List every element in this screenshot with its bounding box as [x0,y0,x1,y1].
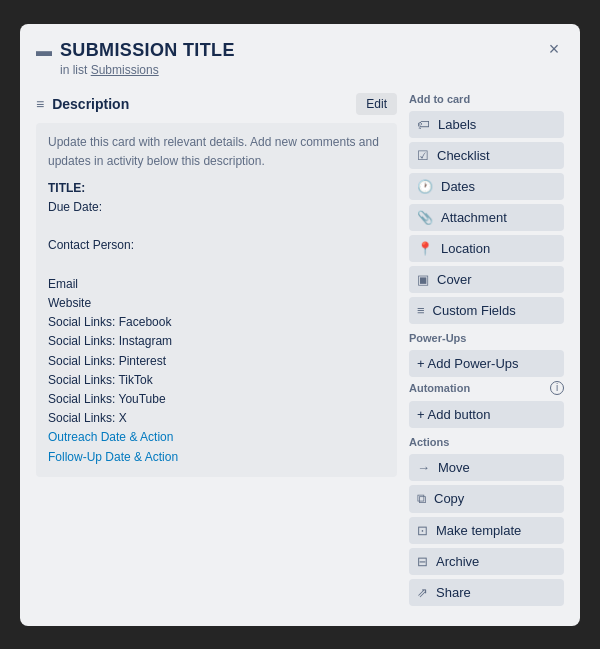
cover-button[interactable]: ▣ Cover [409,266,564,293]
modal-overlay: ▬ SUBMISSION TITLE in list Submissions ×… [0,0,600,649]
field-contact: Contact Person: [48,236,385,255]
add-power-ups-label: + Add Power-Ups [417,356,519,371]
edit-description-button[interactable]: Edit [356,93,397,115]
card-modal: ▬ SUBMISSION TITLE in list Submissions ×… [20,24,580,626]
share-button[interactable]: ⇗ Share [409,579,564,606]
actions-label: Actions [409,436,564,448]
followup-link[interactable]: Follow-Up Date & Action [48,450,178,464]
attachment-label: Attachment [441,210,507,225]
add-button-button[interactable]: + Add button [409,401,564,428]
automation-info-icon[interactable]: i [550,381,564,395]
cover-label: Cover [437,272,472,287]
field-empty-1 [48,217,385,236]
field-youtube: Social Links: YouTube [48,390,385,409]
dates-button[interactable]: 🕐 Dates [409,173,564,200]
checklist-label: Checklist [437,148,490,163]
automation-header: Automation i [409,381,564,395]
field-x: Social Links: X [48,409,385,428]
labels-button[interactable]: 🏷 Labels [409,111,564,138]
location-icon: 📍 [417,241,433,256]
labels-icon: 🏷 [417,117,430,132]
field-instagram: Social Links: Instagram [48,332,385,351]
copy-label: Copy [434,491,464,506]
share-label: Share [436,585,471,600]
submissions-link[interactable]: Submissions [91,63,159,77]
location-button[interactable]: 📍 Location [409,235,564,262]
archive-label: Archive [436,554,479,569]
close-button[interactable]: × [540,36,568,64]
make-template-button[interactable]: ⊡ Make template [409,517,564,544]
field-pinterest: Social Links: Pinterest [48,352,385,371]
field-outreach: Outreach Date & Action [48,428,385,447]
add-to-card-label: Add to card [409,93,564,105]
move-label: Move [438,460,470,475]
modal-body: ≡ Description Edit Update this card with… [20,85,580,626]
field-facebook: Social Links: Facebook [48,313,385,332]
sidebar: Add to card 🏷 Labels ☑ Checklist 🕐 Dates… [409,93,564,610]
add-power-ups-button[interactable]: + Add Power-Ups [409,350,564,377]
card-subtitle: in list Submissions [60,63,564,77]
labels-label: Labels [438,117,476,132]
move-button[interactable]: → Move [409,454,564,481]
dates-label: Dates [441,179,475,194]
field-title: TITLE: [48,179,385,198]
card-icon: ▬ [36,42,52,60]
custom-fields-icon: ≡ [417,303,425,318]
card-title: SUBMISSION TITLE [60,40,564,61]
field-email: Email [48,275,385,294]
share-icon: ⇗ [417,585,428,600]
archive-button[interactable]: ⊟ Archive [409,548,564,575]
checklist-icon: ☑ [417,148,429,163]
outreach-link[interactable]: Outreach Date & Action [48,430,173,444]
description-intro: Update this card with relevant details. … [48,133,385,171]
copy-icon: ⧉ [417,491,426,507]
add-button-label: + Add button [417,407,490,422]
field-followup: Follow-Up Date & Action [48,448,385,467]
description-content[interactable]: Update this card with relevant details. … [36,123,397,477]
description-title: Description [52,96,356,112]
header-content: SUBMISSION TITLE in list Submissions [60,40,564,77]
subtitle-prefix: in list [60,63,87,77]
custom-fields-button[interactable]: ≡ Custom Fields [409,297,564,324]
custom-fields-label: Custom Fields [433,303,516,318]
move-icon: → [417,460,430,475]
power-ups-label: Power-Ups [409,332,564,344]
field-due-date: Due Date: [48,198,385,217]
description-header: ≡ Description Edit [36,93,397,115]
field-empty-2 [48,256,385,275]
main-content: ≡ Description Edit Update this card with… [36,93,397,610]
attachment-button[interactable]: 📎 Attachment [409,204,564,231]
automation-label: Automation [409,382,470,394]
copy-button[interactable]: ⧉ Copy [409,485,564,513]
location-label: Location [441,241,490,256]
make-template-label: Make template [436,523,521,538]
archive-icon: ⊟ [417,554,428,569]
cover-icon: ▣ [417,272,429,287]
checklist-button[interactable]: ☑ Checklist [409,142,564,169]
make-template-icon: ⊡ [417,523,428,538]
modal-header: ▬ SUBMISSION TITLE in list Submissions × [20,24,580,85]
field-website: Website [48,294,385,313]
dates-icon: 🕐 [417,179,433,194]
field-tiktok: Social Links: TikTok [48,371,385,390]
description-icon: ≡ [36,96,44,112]
attachment-icon: 📎 [417,210,433,225]
